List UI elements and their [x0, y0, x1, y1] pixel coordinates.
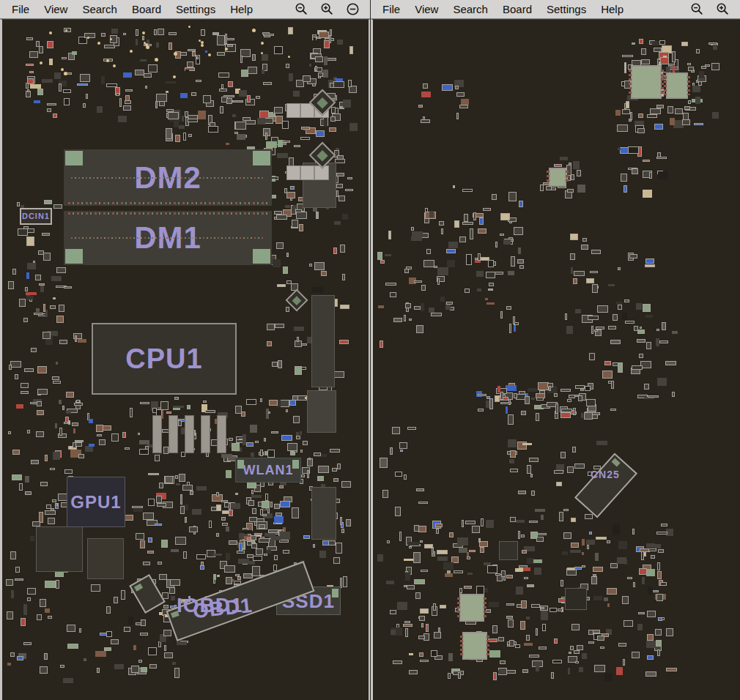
zoom-in-icon[interactable] [716, 2, 730, 16]
menu-search[interactable]: Search [445, 0, 495, 18]
menu-view[interactable]: View [407, 0, 445, 18]
smd-component [265, 494, 268, 501]
smd-component [25, 287, 28, 291]
smd-component [659, 340, 668, 343]
smd-component [500, 392, 503, 400]
smd-component [462, 189, 473, 192]
via-testpoint [252, 29, 256, 32]
smd-component [300, 137, 310, 140]
smd-component [97, 668, 100, 673]
smd-component [166, 412, 171, 414]
smd-component [539, 647, 547, 649]
smd-component [441, 228, 443, 234]
smd-component [337, 40, 343, 45]
menu-board[interactable]: Board [495, 0, 539, 18]
smd-component [405, 573, 410, 581]
smd-component [407, 585, 415, 589]
smd-component [106, 606, 111, 614]
smd-component [643, 190, 652, 198]
dm1-component[interactable]: DM1 [64, 211, 272, 265]
smd-component [248, 561, 255, 565]
smd-component [594, 665, 605, 672]
smd-component [313, 544, 315, 548]
menu-view[interactable]: View [37, 0, 75, 18]
collapse-icon[interactable] [346, 2, 360, 16]
left-board-view[interactable]: DM2DM1DCIN1CPU1WLAN1GPU1SSD1IOBD1OBD1 [0, 19, 370, 700]
smd-component [26, 83, 29, 89]
smd-component [377, 554, 383, 562]
smd-component [559, 512, 563, 521]
smd-component [53, 113, 57, 118]
small-connector-component[interactable] [129, 574, 166, 614]
smd-component [485, 298, 488, 300]
smd-component [303, 75, 311, 82]
dcin1-component[interactable]: DCIN1 [20, 208, 52, 225]
smd-component [437, 556, 448, 561]
smd-component [209, 521, 212, 528]
smd-component [489, 398, 493, 409]
smd-component [414, 306, 421, 310]
smd-component [124, 627, 130, 632]
zoom-out-icon[interactable] [690, 2, 704, 16]
menu-help[interactable]: Help [223, 0, 260, 18]
cn25-label[interactable]: CN25 [591, 469, 620, 480]
dcin1-label: DCIN1 [22, 212, 50, 220]
smd-component [84, 33, 95, 38]
gpu1-component[interactable]: GPU1 [67, 477, 125, 527]
smd-component [518, 491, 526, 494]
obd1-label[interactable]: OBD1 [192, 595, 254, 622]
smd-component [331, 107, 336, 113]
menu-help[interactable]: Help [593, 0, 631, 18]
smd-component [395, 472, 402, 477]
smd-component [563, 532, 571, 539]
smd-component [656, 157, 667, 159]
smd-component [275, 513, 282, 516]
dm2-component[interactable]: DM2 [64, 149, 272, 206]
smd-component [248, 67, 257, 74]
right-board-view[interactable]: CN25 [371, 19, 740, 700]
menu-search[interactable]: Search [75, 0, 125, 18]
left-menubar: File View Search Board Settings Help [0, 0, 370, 19]
smd-component [480, 547, 484, 553]
smd-component [571, 624, 580, 630]
smd-component [40, 482, 48, 486]
smd-component [405, 303, 411, 308]
smd-component [695, 97, 700, 104]
smd-component [431, 650, 437, 657]
smd-component [164, 645, 166, 651]
smd-component [582, 565, 585, 567]
smd-component [448, 653, 453, 661]
smd-component [268, 412, 270, 414]
smd-component [125, 89, 133, 92]
smd-component [222, 523, 228, 526]
smd-component [616, 667, 623, 675]
smd-component [309, 64, 311, 67]
menu-settings[interactable]: Settings [539, 0, 593, 18]
menu-file[interactable]: File [6, 0, 37, 18]
zoom-out-icon[interactable] [295, 2, 308, 16]
smd-component [44, 200, 52, 204]
smd-component [323, 70, 328, 78]
menu-settings[interactable]: Settings [169, 0, 223, 18]
smd-component [178, 420, 182, 426]
smd-component [148, 64, 158, 72]
smd-component [278, 360, 282, 368]
smd-component [657, 562, 660, 570]
smd-component [292, 220, 298, 228]
smd-component [213, 579, 215, 584]
smd-component [624, 62, 626, 73]
smd-component [260, 450, 263, 456]
smd-component [342, 274, 345, 280]
smd-component [519, 201, 523, 207]
smd-component [145, 446, 149, 450]
smd-component [256, 548, 263, 555]
menu-file[interactable]: File [377, 0, 407, 18]
smd-component [531, 604, 540, 608]
smd-component [274, 46, 283, 54]
menu-board[interactable]: Board [125, 0, 169, 18]
cpu1-component[interactable]: CPU1 [92, 323, 237, 395]
wlan1-component[interactable]: WLAN1 [235, 458, 301, 483]
via-testpoint [61, 68, 64, 71]
zoom-in-icon[interactable] [320, 2, 334, 16]
smd-component [163, 605, 169, 608]
